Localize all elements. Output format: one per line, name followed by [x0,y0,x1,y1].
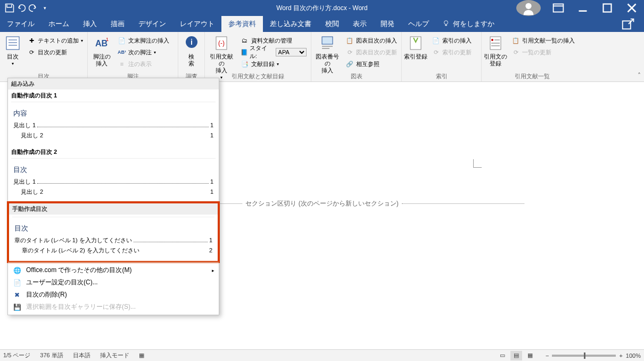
tab-view[interactable]: 表示 [346,16,374,32]
zoom-slider[interactable] [552,355,616,357]
gallery-header-builtin: 組み込み [8,78,219,89]
svg-rect-6 [623,21,631,29]
tell-me-search[interactable]: 何をしますか [436,16,501,32]
menu-remove-toc[interactable]: ✖目次の削除(R) [8,289,219,301]
tab-design[interactable]: デザイン [131,16,173,32]
quick-access-toolbar: ▾ [0,3,50,13]
update-tof-icon: ⟳ [345,48,354,56]
group-research: i 検 索 調査 [178,32,205,81]
titlebar: ▾ Word 目次の作り方.docx - Word [0,0,644,16]
read-mode-icon[interactable]: ▭ [497,351,508,360]
share-button[interactable] [613,16,644,32]
qat-customize-icon[interactable]: ▾ [39,3,50,13]
language[interactable]: 日本語 [73,351,90,359]
collapse-ribbon-icon[interactable]: ˄ [638,72,641,79]
web-layout-icon[interactable]: ▦ [524,351,536,360]
update-tof-button: ⟳図表目次の更新 [343,46,399,58]
tab-file[interactable]: ファイル [0,16,42,32]
account-icon[interactable] [516,0,541,16]
view-buttons: ▭ ▤ ▦ [497,351,536,360]
update-toa-icon: ⟳ [511,48,520,56]
caption-label: 図表番号の 挿入 [313,53,341,74]
custom-toc-icon: 📄 [12,279,22,286]
group-captions: 図表番号の 挿入 📋図表目次の挿入 ⟳図表目次の更新 🔗相互参照 図表 [311,32,402,81]
menu-save-selection: 💾選択範囲を目次ギャラリーに保存(S)... [8,301,219,313]
toa-icon [487,35,504,52]
page-count[interactable]: 1/5 ページ [3,351,30,359]
menu-more-from-office[interactable]: 🌐Office.com で作ったその他の目次(M)▸ [8,264,219,276]
window-controls [516,0,644,16]
save-gallery-icon: 💾 [12,303,22,311]
margin-marker [473,159,482,168]
zoom-out-icon[interactable]: − [546,352,549,359]
footnote-icon: AB1 [93,35,110,52]
menu-custom-toc[interactable]: 📄ユーザー設定の目次(C)... [8,276,219,289]
biblio-icon: 📑 [241,60,249,68]
group-footnotes: AB1 脚注の 挿入 📄文末脚注の挿入 AB¹次の脚注▾ ≡注の表示 脚注 [88,32,178,81]
citation-style-select[interactable]: 📘 スタイル: APA [238,46,309,58]
next-icon: AB¹ [118,48,126,56]
insert-toa-button[interactable]: 📋引用文献一覧の挿入 [509,35,577,46]
tab-references[interactable]: 参考資料 [221,16,263,32]
zoom-control: − + 100% [546,352,641,359]
tab-insert[interactable]: 挿入 [76,16,104,32]
toc-icon [4,35,21,52]
gallery-item-manual[interactable]: 目次 章のタイトル (レベル 1) を入力してください1 章のタイトル (レベル… [9,215,218,261]
insert-endnote-button[interactable]: 📄文末脚注の挿入 [115,35,171,46]
group-toa: 引用文の 登録 📋引用文献一覧の挿入 ⟳一覧の更新 引用文献一覧 [482,32,583,81]
update-icon: ⟳ [27,48,36,56]
gallery-item-auto1[interactable]: 自動作成の目次 1 内容 見出し 11 見出し 21 [8,89,219,146]
update-toc-button[interactable]: ⟳目次の更新 [25,46,85,58]
minimize-icon[interactable] [571,0,595,16]
tab-developer[interactable]: 開発 [374,16,401,32]
tab-mailings[interactable]: 差し込み文書 [263,16,318,32]
cross-ref-button[interactable]: 🔗相互参照 [343,58,399,70]
svg-rect-4 [604,4,612,12]
research-label: 検 索 [188,53,194,67]
lightbulb-icon [442,20,450,29]
toc-preview: 目次 見出し 11 見出し 21 [11,158,216,200]
next-footnote-button[interactable]: AB¹次の脚注▾ [115,46,171,58]
gallery-item-auto2[interactable]: 自動作成の目次 2 目次 見出し 11 見出し 21 [8,146,219,202]
close-icon[interactable] [620,0,644,16]
zoom-level[interactable]: 100% [626,352,641,359]
tab-home[interactable]: ホーム [42,16,76,32]
footnote-label: 脚注の 挿入 [93,53,111,67]
zoom-in-icon[interactable]: + [619,352,622,359]
svg-rect-7 [6,37,19,50]
svg-rect-17 [322,37,333,44]
group-label: 索引 [402,72,481,80]
print-layout-icon[interactable]: ▤ [510,351,522,360]
svg-point-22 [491,39,493,41]
bibliography-button[interactable]: 📑文献目録▾ [238,58,309,70]
maximize-icon[interactable] [595,0,620,16]
redo-icon[interactable] [28,3,38,13]
macro-record-icon[interactable]: ▦ [139,352,144,359]
insert-tof-button[interactable]: 📋図表目次の挿入 [343,35,399,46]
tab-draw[interactable]: 描画 [104,16,131,32]
toc-preview: 目次 章のタイトル (レベル 1) を入力してください1 章のタイトル (レベル… [12,217,214,259]
group-label: 引用文献と文献目録 [205,72,311,80]
tab-review[interactable]: 校閲 [318,16,346,32]
citation-label: 引用文献の 挿入 [207,53,236,74]
group-label: 図表 [311,72,401,80]
crossref-icon: 🔗 [345,60,354,68]
toc-label: 目次 [7,53,19,60]
undo-icon[interactable] [16,3,27,13]
insert-mode[interactable]: 挿入モード [100,351,129,359]
index-label: 索引登録 [404,53,427,60]
update-toa-button: ⟳一覧の更新 [509,46,577,58]
insert-index-button[interactable]: 📄索引の挿入 [430,35,474,46]
save-icon[interactable] [4,3,15,13]
tab-layout[interactable]: レイアウト [173,16,221,32]
add-text-button[interactable]: ✚テキストの追加▾ [25,35,85,46]
ribbon-display-icon[interactable] [546,0,571,16]
word-count[interactable]: 376 単語 [40,351,63,359]
document-title: Word 目次の作り方.docx - Word [276,4,368,13]
show-notes-icon: ≡ [118,60,126,68]
tab-help[interactable]: ヘルプ [401,16,436,32]
tof-icon: 📋 [345,36,354,45]
style-dropdown[interactable]: APA [276,48,307,56]
ribbon-tabs: ファイル ホーム 挿入 描画 デザイン レイアウト 参考資料 差し込み文書 校閲… [0,16,644,32]
highlighted-section: 手動作成目次 目次 章のタイトル (レベル 1) を入力してください1 章のタイ… [7,201,220,263]
